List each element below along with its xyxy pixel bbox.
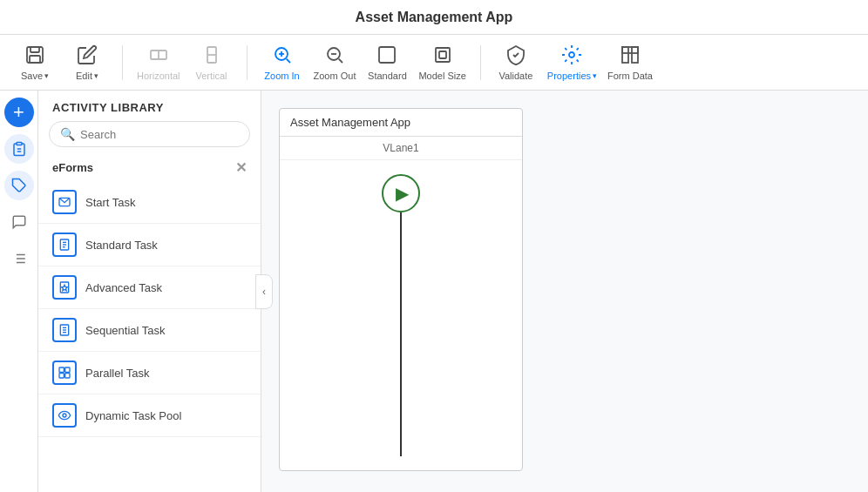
form-data-icon: [620, 44, 641, 69]
svg-rect-45: [65, 374, 70, 378]
clipboard-icon-btn[interactable]: [4, 134, 34, 164]
standard-button[interactable]: Standard: [366, 44, 408, 81]
svg-rect-19: [632, 47, 638, 63]
properties-button[interactable]: Properties ▾: [547, 44, 597, 81]
model-size-icon: [432, 44, 453, 69]
standard-icon: [376, 44, 397, 69]
main-layout: +: [0, 91, 868, 492]
eforms-close-button[interactable]: ✕: [235, 159, 247, 176]
canvas-area[interactable]: Asset Management App VLane1 ▶: [261, 91, 868, 492]
svg-point-46: [63, 414, 66, 417]
svg-rect-42: [59, 367, 64, 372]
play-icon: ▶: [396, 183, 409, 204]
start-node[interactable]: ▶: [382, 174, 420, 212]
parallel-task-label: Parallel Task: [85, 367, 149, 380]
task-item-dynamic-task-pool[interactable]: Dynamic Task Pool: [38, 394, 261, 437]
list-icon-btn[interactable]: [4, 244, 34, 273]
app-title: Asset Management App: [356, 10, 513, 25]
horizontal-icon: [148, 44, 169, 69]
edit-icon: [77, 44, 98, 69]
search-box[interactable]: 🔍: [49, 121, 250, 147]
form-data-button[interactable]: Form Data: [607, 44, 653, 81]
icon-sidebar: +: [0, 91, 38, 492]
toolbar: Save ▾ Edit ▾ Horizontal: [0, 35, 868, 91]
process-diagram: Asset Management App VLane1 ▶: [279, 108, 523, 471]
activity-library-title: ACTIVITY LIBRARY: [38, 91, 261, 121]
horizontal-button[interactable]: Horizontal: [137, 44, 180, 81]
validate-icon: [505, 44, 526, 69]
svg-line-8: [286, 58, 289, 62]
task-item-parallel-task[interactable]: Parallel Task: [38, 352, 261, 394]
advanced-task-label: Advanced Task: [85, 281, 162, 294]
eforms-label: eForms: [52, 161, 93, 174]
add-button[interactable]: +: [4, 98, 34, 127]
svg-rect-14: [379, 47, 395, 63]
svg-rect-1: [31, 47, 39, 52]
start-task-label: Start Task: [85, 196, 136, 209]
svg-point-17: [569, 52, 574, 57]
flow-line: [400, 212, 402, 456]
collapse-panel-button[interactable]: ‹: [255, 274, 273, 309]
save-button[interactable]: Save ▾: [14, 44, 56, 81]
advanced-task-icon: [52, 275, 77, 300]
eforms-header: eForms ✕: [38, 154, 261, 181]
zoom-in-button[interactable]: Zoom In: [261, 44, 303, 81]
model-size-button[interactable]: Model Size: [418, 44, 465, 81]
search-input[interactable]: [80, 128, 239, 141]
task-item-start-task[interactable]: Start Task: [38, 181, 261, 224]
edit-button[interactable]: Edit ▾: [66, 44, 108, 81]
validate-button[interactable]: Validate: [495, 44, 537, 81]
diagram-body: ▶: [280, 160, 522, 470]
title-bar: Asset Management App: [0, 0, 868, 35]
task-item-advanced-task[interactable]: Advanced Task: [38, 266, 261, 309]
vertical-icon: [201, 44, 222, 69]
standard-task-label: Standard Task: [85, 239, 158, 252]
parallel-task-icon: [52, 361, 77, 385]
svg-rect-15: [436, 48, 450, 62]
vertical-button[interactable]: Vertical: [191, 44, 233, 81]
activity-library-panel: ACTIVITY LIBRARY 🔍 eForms ✕ Start Task: [38, 91, 261, 492]
svg-marker-37: [62, 285, 68, 290]
zoom-in-icon: [272, 44, 293, 69]
diagram-title: Asset Management App: [280, 109, 522, 137]
svg-rect-21: [17, 143, 22, 145]
task-item-sequential-task[interactable]: Sequential Task: [38, 309, 261, 352]
vlane-label: VLane1: [280, 137, 522, 160]
svg-rect-43: [65, 367, 70, 372]
task-item-standard-task[interactable]: Standard Task: [38, 224, 261, 266]
properties-icon: [561, 44, 582, 69]
dynamic-task-pool-icon: [52, 403, 77, 428]
svg-line-12: [339, 58, 342, 62]
svg-rect-2: [30, 56, 40, 63]
zoom-out-icon: [324, 44, 345, 69]
task-list: Start Task Standard Task: [38, 181, 261, 492]
svg-rect-16: [439, 51, 446, 58]
sequential-task-icon: [52, 318, 77, 342]
tag-icon-btn[interactable]: [4, 171, 34, 200]
standard-task-icon: [52, 233, 77, 257]
svg-rect-44: [59, 374, 64, 378]
search-icon: 🔍: [60, 127, 75, 141]
zoom-out-button[interactable]: Zoom Out: [314, 44, 356, 81]
save-icon: [24, 44, 45, 69]
sequential-task-label: Sequential Task: [85, 324, 166, 337]
start-task-icon: [52, 190, 77, 214]
chat-icon-btn[interactable]: [4, 207, 34, 237]
svg-rect-20: [622, 47, 638, 53]
dynamic-task-pool-label: Dynamic Task Pool: [85, 409, 181, 422]
svg-rect-18: [622, 47, 628, 63]
